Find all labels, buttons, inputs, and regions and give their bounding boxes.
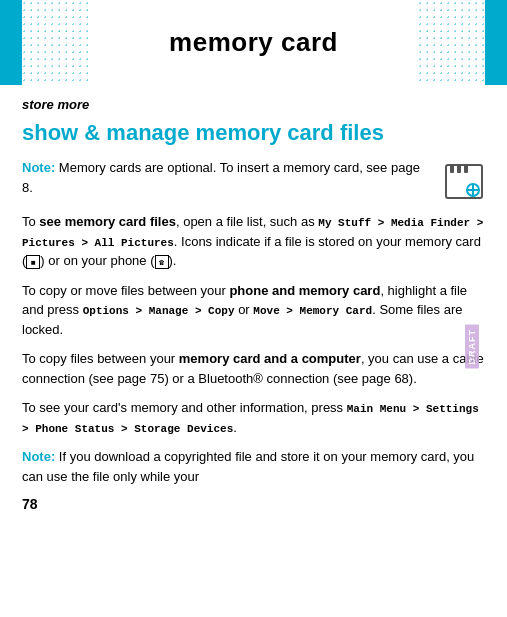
para-see-files: To see memory card files, open a file li… (22, 212, 485, 271)
note-text: Note: Memory cards are optional. To inse… (22, 158, 433, 197)
para-note2: Note: If you download a copyrighted file… (22, 447, 485, 486)
para2-prefix: To (22, 214, 39, 229)
para3-menu: Options > Manage > Copy (83, 305, 235, 317)
para3-bold: phone and memory card (229, 283, 380, 298)
note-paragraph: Note: Memory cards are optional. To inse… (22, 158, 485, 202)
memory-card-inline-icon: ■ (26, 255, 40, 269)
para2-text3: ) or on your phone ( (40, 253, 154, 268)
section-heading: show & manage memory card files (22, 120, 485, 146)
para3-text: To copy or move files between your (22, 283, 229, 298)
draft-watermark: DRAFT (465, 325, 479, 369)
para4-bold: memory card and a computer (179, 351, 361, 366)
header-bar-right (485, 0, 507, 85)
store-more-label: store more (22, 97, 485, 112)
para2-bold: see memory card files (39, 214, 176, 229)
para-storage: To see your card's memory and other info… (22, 398, 485, 437)
para2-text4: ). (169, 253, 177, 268)
para-copy-move: To copy or move files between your phone… (22, 281, 485, 340)
note-label-2: Note: (22, 449, 55, 464)
svg-rect-2 (457, 165, 461, 173)
page-title: memory card (169, 27, 338, 58)
page-content: store more show & manage memory card fil… (0, 85, 507, 524)
para1-text: Memory cards are optional. To insert a m… (22, 160, 420, 195)
svg-rect-3 (464, 165, 468, 173)
para2-text: , open a file list, such as (176, 214, 315, 229)
para4-text: To copy files between your (22, 351, 179, 366)
memory-card-icon (443, 160, 485, 202)
para6-text: If you download a copyrighted file and s… (22, 449, 474, 484)
phone-inline-icon: ☎ (155, 255, 169, 269)
para3-text3: or (235, 302, 254, 317)
header-bar-left (0, 0, 22, 85)
para-copy-computer: To copy files between your memory card a… (22, 349, 485, 388)
para3-menu2: Move > Memory Card (253, 305, 372, 317)
note-label-1: Note: (22, 160, 55, 175)
svg-rect-1 (450, 165, 454, 173)
para5-text2: . (233, 420, 237, 435)
para5-text: To see your card's memory and other info… (22, 400, 347, 415)
page-header: memory card (0, 0, 507, 85)
page-number: 78 (22, 496, 485, 512)
